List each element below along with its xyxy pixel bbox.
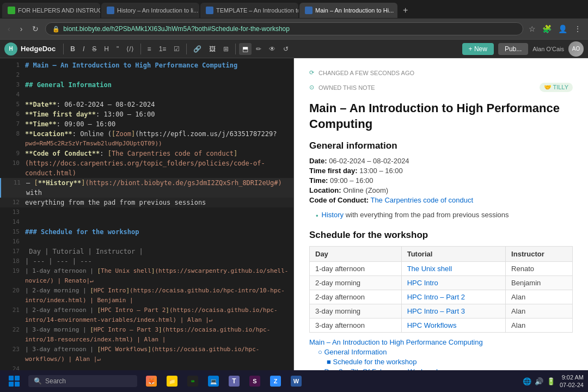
view-both-button[interactable]: ⬒ bbox=[239, 43, 252, 55]
line-content[interactable]: intro/18-resources/index.html) | Alan | bbox=[25, 335, 289, 345]
view-edit-button[interactable]: ✏ bbox=[253, 43, 265, 55]
cell-tutorial[interactable]: The Unix shell bbox=[401, 262, 505, 276]
taskbar-app-firefox[interactable]: 🦊 bbox=[142, 371, 161, 381]
line-content[interactable]: **Time first day**: 13:00 – 16:00 bbox=[25, 109, 289, 119]
system-clock[interactable]: 9:02 AM 07-02-24 bbox=[560, 373, 584, 381]
code-tool[interactable]: ⟨/⟩ bbox=[123, 43, 137, 55]
toc-item-main[interactable]: Main – An Introduction to High Performan… bbox=[309, 338, 573, 346]
history-link[interactable]: History bbox=[322, 211, 344, 219]
firefox-icon: 🦊 bbox=[146, 376, 157, 381]
line-content[interactable]: **Time**: 09:00 – 16:00 bbox=[25, 119, 289, 129]
cell-tutorial[interactable]: HPC Workflows bbox=[401, 318, 505, 333]
taskbar-search[interactable]: 🔍 Search bbox=[28, 375, 137, 381]
network-icon[interactable]: 🌐 bbox=[523, 377, 531, 381]
line-content[interactable] bbox=[25, 207, 289, 217]
tab-template[interactable]: TEMPLATE – An Introduction to... ✕ bbox=[200, 3, 298, 18]
image-tool[interactable]: 🖼 bbox=[206, 43, 219, 55]
link-tool[interactable]: 🔗 bbox=[190, 43, 205, 55]
bold-tool[interactable]: B bbox=[67, 43, 78, 55]
line-content[interactable]: ## General Information bbox=[25, 80, 289, 90]
address-bar[interactable]: 🔒 bbox=[45, 22, 523, 35]
editor-pane[interactable]: 1 # Main – An Introduction to High Perfo… bbox=[0, 58, 294, 381]
taskbar-app-zoom[interactable]: Z bbox=[266, 371, 285, 381]
italic-tool[interactable]: I bbox=[79, 43, 88, 55]
col-instructor: Instructor bbox=[506, 247, 573, 262]
bookmark-button[interactable]: ☆ bbox=[526, 22, 538, 35]
quote-tool[interactable]: " bbox=[113, 43, 122, 55]
list-tool[interactable]: ≡ bbox=[144, 43, 155, 55]
cell-tutorial[interactable]: HPC Intro bbox=[401, 276, 505, 290]
toc-link-general[interactable]: General Information bbox=[324, 348, 387, 356]
taskbar-app-terminal[interactable]: ⌨ bbox=[183, 371, 203, 381]
line-content[interactable]: novice/) | Renato|↵ bbox=[25, 276, 289, 286]
editor-line-11: 11 – [**History**](https://biont.biobyte… bbox=[0, 178, 293, 198]
line-content[interactable]: | 2-day afternoon | [HPC Intro – Part 2]… bbox=[25, 305, 289, 315]
url-input[interactable] bbox=[63, 25, 516, 33]
line-content[interactable] bbox=[25, 217, 289, 227]
heading-tool[interactable]: H bbox=[101, 43, 112, 55]
toc-item-general[interactable]: ○ General Information bbox=[318, 348, 573, 356]
publish-button[interactable]: Pub... bbox=[498, 43, 528, 55]
line-content[interactable]: conduct.html) bbox=[25, 168, 289, 178]
tab-main[interactable]: Main – An Introduction to Hi... ✕ bbox=[299, 3, 397, 18]
editor-line-3: 3 ## General Information bbox=[0, 80, 293, 90]
extensions-button[interactable]: 🧩 bbox=[540, 22, 554, 35]
taskbar-app-code[interactable]: 💻 bbox=[204, 371, 223, 381]
start-button[interactable] bbox=[4, 371, 24, 381]
line-content[interactable]: **Code of Conduct**: [The Carpentries co… bbox=[25, 149, 289, 158]
coc-link[interactable]: The Carpentries code of conduct bbox=[370, 196, 473, 204]
line-content[interactable] bbox=[25, 237, 289, 247]
new-tab-button[interactable]: + bbox=[399, 5, 412, 15]
view-preview-button[interactable]: 👁 bbox=[266, 43, 279, 55]
profile-button[interactable]: 👤 bbox=[556, 22, 569, 35]
table-row: 3-day morning HPC Intro – Part 3 Alan bbox=[310, 304, 573, 318]
new-note-button[interactable]: + New bbox=[462, 43, 494, 55]
line-content[interactable]: | 3-day afternoon | [HPC Workflows](http… bbox=[25, 345, 289, 354]
strikethrough-tool[interactable]: S bbox=[89, 43, 100, 55]
preview-pane[interactable]: ⟳ CHANGED A FEW SECONDS AGO ⊙ OWNED THIS… bbox=[294, 58, 588, 381]
line-content[interactable]: | 3-day morning | [HPC Intro – Part 3](h… bbox=[25, 325, 289, 335]
toc-link-schedule[interactable]: Schedule for the workshop bbox=[333, 358, 416, 366]
line-content[interactable] bbox=[25, 90, 289, 100]
line-content[interactable]: intro/index.html) | Benjamin | bbox=[25, 296, 289, 305]
table-tool[interactable]: ⊞ bbox=[220, 43, 232, 55]
cell-tutorial[interactable]: HPC Intro – Part 3 bbox=[401, 304, 505, 318]
line-content[interactable]: (https://docs.carpentries.org/topic_fold… bbox=[25, 158, 289, 168]
user-avatar[interactable]: AO bbox=[568, 41, 584, 57]
tab-history[interactable]: History – An Introduction to li... ✕ bbox=[101, 3, 199, 18]
reload-button[interactable]: ↻ bbox=[29, 22, 42, 35]
ordered-list-tool[interactable]: 1≡ bbox=[156, 43, 170, 55]
line-content[interactable] bbox=[25, 70, 289, 80]
cell-tutorial[interactable]: HPC Intro – Part 2 bbox=[401, 290, 505, 304]
refresh-button[interactable]: ↺ bbox=[280, 43, 292, 55]
line-content[interactable]: | 1-day afternoon | [The Unix shell](htt… bbox=[25, 266, 289, 276]
forward-button[interactable]: › bbox=[17, 22, 26, 35]
line-content[interactable]: intro/14-environment-variables/index.htm… bbox=[25, 315, 289, 325]
line-content[interactable]: Day | Tutorial | Instructor | bbox=[25, 247, 289, 256]
line-content[interactable]: pwd=RmM5c2RzSzVrTmswb2ludHpJOUptQT09)) bbox=[25, 139, 289, 149]
taskbar-app-slack[interactable]: S bbox=[245, 371, 265, 381]
toolbar-separator-4 bbox=[235, 44, 236, 54]
battery-icon[interactable]: 🔋 bbox=[547, 377, 555, 381]
speaker-icon[interactable]: 🔊 bbox=[535, 377, 543, 381]
line-content[interactable]: # Main – An Introduction to High Perform… bbox=[25, 60, 289, 70]
taskbar-app-word[interactable]: W bbox=[286, 371, 306, 381]
line-content[interactable]: | 2-day morning | [HPC Intro](https://oc… bbox=[25, 286, 289, 296]
tray-icons: 🌐 🔊 🔋 bbox=[523, 377, 555, 381]
menu-button[interactable]: ⋮ bbox=[572, 22, 584, 35]
line-content[interactable]: **Date**: 06-02-2024 – 08-02-2024 bbox=[25, 100, 289, 109]
line-content[interactable]: **Location**: Online ([Zoom](https://epf… bbox=[25, 129, 289, 139]
back-button[interactable]: ‹ bbox=[4, 22, 14, 35]
toc-item-schedule-link[interactable]: ■ Schedule for the workshop bbox=[327, 358, 573, 366]
toc-link-main[interactable]: Main – An Introduction to High Performan… bbox=[309, 338, 483, 346]
taskbar-app-teams[interactable]: T bbox=[224, 371, 244, 381]
vscode-icon: 💻 bbox=[208, 376, 219, 381]
line-content[interactable]: everything from the pad from previous se… bbox=[25, 198, 289, 207]
line-content[interactable]: | --- | --- | --- bbox=[25, 256, 289, 266]
taskbar-app-explorer[interactable]: 📁 bbox=[162, 371, 182, 381]
line-content[interactable]: ### Schedule for the workshop bbox=[25, 227, 289, 237]
line-content[interactable]: workflows/) | Alan |↵ bbox=[25, 354, 289, 364]
tab-helpers[interactable]: FOR HELPERS AND INSTRUCT... ✕ bbox=[2, 3, 100, 18]
checkbox-tool[interactable]: ☑ bbox=[170, 43, 183, 55]
line-content[interactable]: – [**History**](https://biont.biobyte.de… bbox=[26, 178, 289, 198]
